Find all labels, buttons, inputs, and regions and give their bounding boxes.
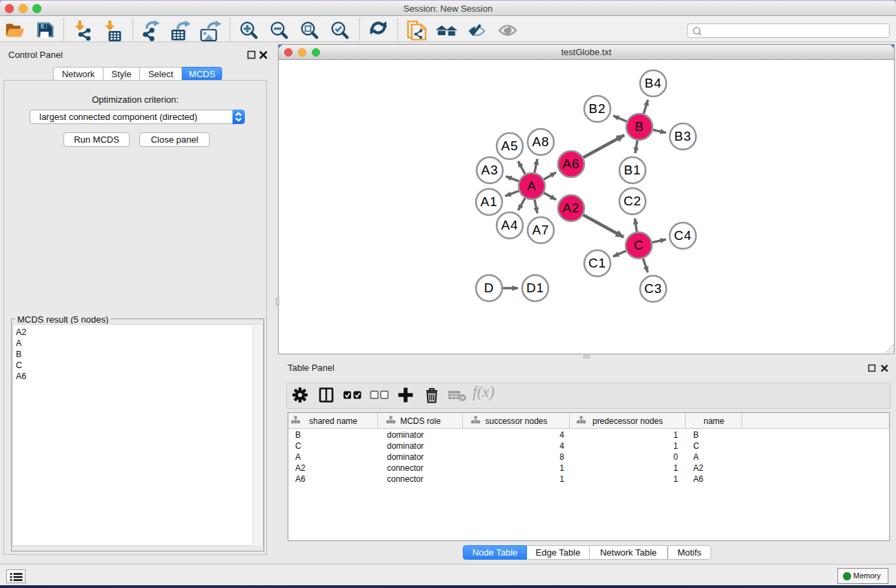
svg-text:A5: A5 <box>501 139 519 153</box>
svg-text:A1: A1 <box>481 194 498 209</box>
svg-text:C1: C1 <box>588 256 606 270</box>
svg-text:A3: A3 <box>481 163 499 177</box>
svg-text:B4: B4 <box>645 76 662 90</box>
svg-text:A2: A2 <box>563 201 580 215</box>
svg-text:B2: B2 <box>589 101 606 116</box>
svg-text:A4: A4 <box>501 218 519 232</box>
svg-text:A: A <box>527 179 536 193</box>
svg-text:C: C <box>634 238 644 252</box>
svg-text:A6: A6 <box>563 156 580 171</box>
svg-text:C4: C4 <box>674 228 692 243</box>
svg-text:C2: C2 <box>624 194 641 208</box>
svg-text:A7: A7 <box>532 223 550 237</box>
svg-text:C3: C3 <box>644 281 662 296</box>
svg-text:A8: A8 <box>532 134 550 149</box>
svg-text:B1: B1 <box>624 163 641 177</box>
svg-text:B: B <box>635 119 644 134</box>
svg-text:D: D <box>484 281 495 295</box>
svg-text:D1: D1 <box>526 281 544 295</box>
svg-text:B3: B3 <box>675 129 692 143</box>
